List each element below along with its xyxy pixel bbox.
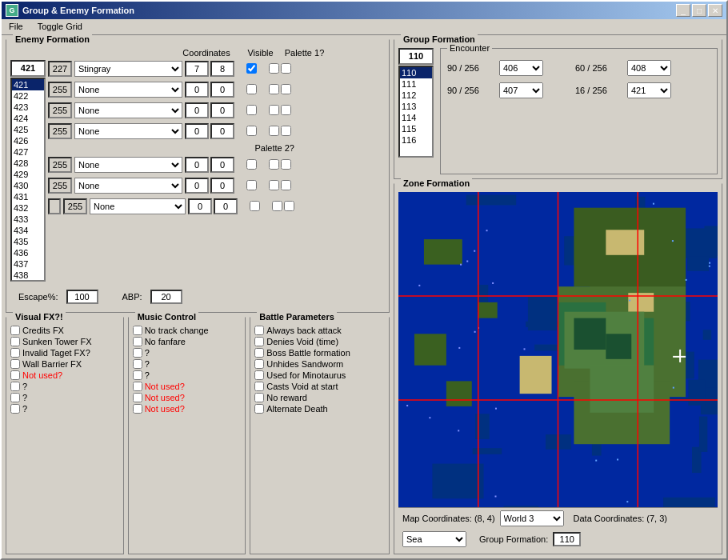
group-formation-footer-input[interactable] <box>553 532 581 546</box>
music-nu3-check[interactable] <box>133 404 142 414</box>
id-item[interactable]: 424 <box>12 113 44 124</box>
coord-y-4[interactable] <box>210 123 234 139</box>
maximize-button[interactable]: □ <box>692 4 706 17</box>
battle-mino-check[interactable] <box>254 370 264 380</box>
fx-sunken-check[interactable] <box>10 337 20 346</box>
coord-y-5[interactable] <box>210 157 234 173</box>
close-button[interactable]: ✕ <box>708 4 722 17</box>
palette2b-5[interactable] <box>281 159 291 170</box>
fx-notused-check[interactable] <box>10 370 20 380</box>
coord-x-5[interactable] <box>185 157 209 173</box>
music-q2-check[interactable] <box>133 359 142 369</box>
fx-invalid-check[interactable] <box>10 348 20 358</box>
id-item[interactable]: 428 <box>12 158 44 169</box>
enc-dd2-r1[interactable]: 408 <box>627 60 671 76</box>
coord-x-6[interactable] <box>185 178 209 194</box>
menu-file[interactable]: File <box>6 21 26 32</box>
battle-altdeath-check[interactable] <box>254 404 264 414</box>
battle-boss-check[interactable] <box>254 348 264 358</box>
visible-check-3[interactable] <box>246 105 257 115</box>
fx-q2-check[interactable] <box>10 393 20 402</box>
id-listbox[interactable]: 421 422 423 424 425 426 427 428 429 430 … <box>10 78 46 282</box>
visible-check-7[interactable] <box>250 201 260 211</box>
gf-id-listbox[interactable]: 110 111 112 113 114 115 116 <box>398 66 434 158</box>
palette1b-4[interactable] <box>281 126 291 136</box>
coord-y-3[interactable] <box>210 102 234 118</box>
coord-y-7[interactable] <box>214 198 238 214</box>
gf-selected-id[interactable]: 110 <box>398 48 434 65</box>
id-item[interactable]: 430 <box>12 180 44 191</box>
coord-y-6[interactable] <box>210 178 234 194</box>
palette1a-2[interactable] <box>269 84 279 94</box>
id-item[interactable]: 439 <box>12 281 44 282</box>
coord-x-3[interactable] <box>185 102 209 118</box>
palette2b-6[interactable] <box>281 180 291 190</box>
id-item[interactable]: 431 <box>12 191 44 202</box>
id-item[interactable]: 429 <box>12 169 44 180</box>
enemy-dropdown-2[interactable]: None <box>74 82 182 98</box>
battle-back-check[interactable] <box>254 326 264 335</box>
gf-id-item[interactable]: 115 <box>400 123 432 134</box>
visible-check-1[interactable] <box>246 63 257 74</box>
enc-dd1-r2[interactable]: 407 <box>499 82 543 98</box>
music-nu1-check[interactable] <box>133 382 142 391</box>
fx-credits-check[interactable] <box>10 326 20 335</box>
id-item[interactable]: 438 <box>12 270 44 281</box>
gf-id-item[interactable]: 111 <box>400 78 432 90</box>
palette1b-3[interactable] <box>281 105 291 115</box>
id-item[interactable]: 433 <box>12 214 44 225</box>
coord-x-1[interactable] <box>185 61 209 77</box>
menu-toggle-grid[interactable]: Toggle Grid <box>34 21 86 32</box>
music-nu2-check[interactable] <box>133 393 142 402</box>
id-item[interactable]: 425 <box>12 124 44 135</box>
coord-y-1[interactable] <box>210 61 234 77</box>
battle-sandworm-check[interactable] <box>254 359 264 369</box>
abp-input[interactable] <box>150 290 182 304</box>
visible-check-6[interactable] <box>246 180 257 190</box>
coord-x-4[interactable] <box>185 123 209 139</box>
music-q3-check[interactable] <box>133 370 142 380</box>
id-item[interactable]: 432 <box>12 202 44 214</box>
visible-check-2[interactable] <box>246 84 257 94</box>
palette2a-7[interactable] <box>272 201 282 211</box>
enemy-dropdown-1[interactable]: Stingray <box>74 61 182 77</box>
palette1b-1[interactable] <box>281 63 291 74</box>
escape-input[interactable] <box>66 290 98 304</box>
fx-q3-check[interactable] <box>10 404 20 414</box>
palette1b-2[interactable] <box>281 84 291 94</box>
enemy-dropdown-6[interactable]: None <box>74 178 182 194</box>
enemy-dropdown-4[interactable]: None <box>74 123 182 139</box>
id-item[interactable]: 421 <box>12 79 44 90</box>
battle-castvoid-check[interactable] <box>254 382 264 391</box>
id-item[interactable]: 434 <box>12 225 44 236</box>
enemy-dropdown-7[interactable]: None <box>90 198 186 214</box>
palette1a-3[interactable] <box>269 105 279 115</box>
palette1a-1[interactable] <box>269 63 279 74</box>
palette1a-4[interactable] <box>269 126 279 136</box>
enc-dd2-r2[interactable]: 421 <box>627 82 671 98</box>
zone-map-canvas[interactable] <box>398 192 718 507</box>
id-item[interactable]: 423 <box>12 102 44 113</box>
gf-id-item[interactable]: 110 <box>400 67 432 78</box>
fx-q1-check[interactable] <box>10 382 20 391</box>
world-select[interactable]: World 3 World 1 World 2 <box>500 510 564 526</box>
gf-id-item[interactable]: 113 <box>400 101 432 112</box>
fx-wall-check[interactable] <box>10 359 20 369</box>
coord-x-7[interactable] <box>188 198 212 214</box>
gf-id-item[interactable]: 114 <box>400 112 432 123</box>
coord-y-2[interactable] <box>210 82 234 98</box>
gf-id-item[interactable]: 112 <box>400 90 432 101</box>
palette2a-5[interactable] <box>269 159 279 170</box>
music-track-check[interactable] <box>133 326 142 335</box>
id-item[interactable]: 437 <box>12 258 44 270</box>
battle-noreward-check[interactable] <box>254 393 264 402</box>
visible-check-5[interactable] <box>246 159 257 170</box>
enc-dd1-r1[interactable]: 406 <box>499 60 543 76</box>
id-item[interactable]: 427 <box>12 146 44 158</box>
visible-check-4[interactable] <box>246 126 257 136</box>
battle-void-check[interactable] <box>254 337 264 346</box>
music-q1-check[interactable] <box>133 348 142 358</box>
palette2b-7[interactable] <box>284 201 294 211</box>
id-item[interactable]: 422 <box>12 90 44 102</box>
enemy-dropdown-3[interactable]: None <box>74 102 182 118</box>
